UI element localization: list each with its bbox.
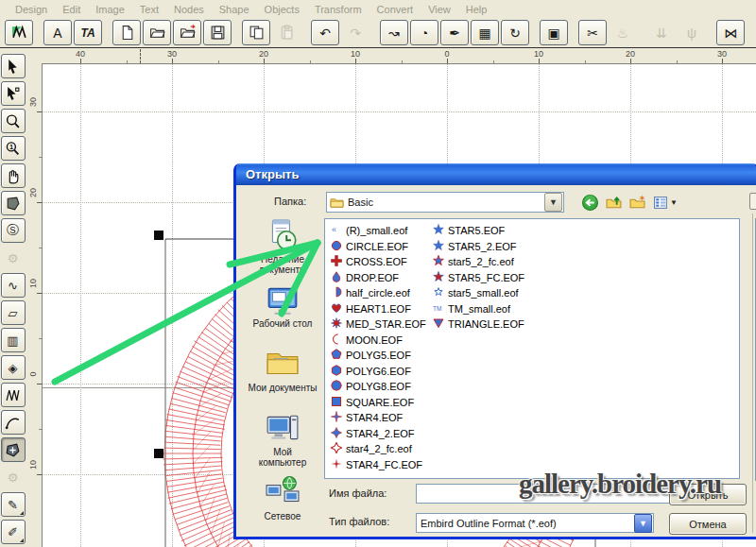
zoom-1to1-tool[interactable]: 1 (1, 136, 26, 161)
fill-shape-tool[interactable] (1, 191, 26, 215)
knife-tool[interactable]: ✐ (1, 520, 26, 544)
folder-dropdown-arrow[interactable]: ▼ (544, 193, 562, 212)
outline-node-tool[interactable]: ◈ (1, 355, 26, 380)
svg-text:1: 1 (9, 143, 13, 151)
file-item[interactable]: star5_2_fc.eof (433, 254, 535, 270)
save-file-button[interactable] (203, 20, 232, 45)
menu-transform[interactable]: Transform (307, 4, 369, 15)
menu-text[interactable]: Text (132, 4, 166, 15)
pattern-fill-button[interactable]: ▦ (471, 20, 499, 45)
file-item[interactable]: half_circle.eof (331, 285, 433, 301)
zoom-tool[interactable] (1, 109, 26, 133)
file-item[interactable]: STAR4.EOF (331, 410, 433, 426)
branch-button: ψ (678, 20, 706, 45)
select-tool[interactable] (1, 54, 26, 78)
place-recent-documents[interactable]: Недавние документы (245, 218, 320, 277)
menu-image[interactable]: Image (88, 4, 132, 15)
file-name: star5_small.eof (448, 287, 519, 299)
place-my-documents[interactable]: Мои документы (245, 347, 320, 405)
file-item[interactable]: CIRCLE.EOF (331, 239, 433, 255)
file-type-icon (331, 456, 346, 473)
file-item[interactable]: « (R)_small.eof (331, 223, 433, 239)
file-item[interactable]: MED_STAR.EOF (331, 316, 433, 333)
curve-tool[interactable] (1, 410, 26, 435)
preview-trim-button[interactable]: ✂ (578, 20, 607, 45)
hoop-button[interactable]: ▣ (540, 20, 568, 45)
file-item[interactable]: STAR5.EOF (433, 223, 535, 239)
v-ruler-label: 10 (28, 457, 38, 472)
file-item[interactable]: POLYG5.EOF (331, 348, 433, 364)
file-item[interactable]: STAR4_2.EOF (331, 426, 433, 442)
text-tool-button[interactable]: A (43, 20, 72, 45)
paste-button (272, 20, 301, 45)
file-item[interactable]: star5_small.eof (433, 285, 535, 301)
file-item[interactable]: STAR5_FC.EOF (433, 270, 535, 286)
file-item[interactable]: TM TM_small.eof (433, 301, 535, 317)
quad-patch-tool[interactable]: ▱ (1, 300, 26, 325)
place-desktop[interactable]: Рабочий стол (245, 282, 320, 341)
selection-handle[interactable] (154, 449, 163, 458)
ribbon-tool[interactable]: ∿ (1, 273, 26, 298)
stitch-order-button[interactable]: ✒ (440, 20, 469, 45)
menu-convert[interactable]: Convert (369, 4, 421, 15)
text-advanced-tool-button[interactable]: TA (74, 20, 102, 45)
file-type-icon (331, 316, 346, 333)
new-file-button[interactable] (112, 20, 141, 45)
file-list[interactable]: « (R)_small.eof CIRCLE.EOF CROSS.EOF DRO… (324, 218, 740, 479)
place-label: Мои документы (249, 383, 318, 393)
pencil-tool[interactable]: ✎ (1, 492, 26, 517)
file-item[interactable]: POLYG6.EOF (331, 364, 433, 380)
place-network[interactable]: Сетевое (245, 475, 320, 534)
file-item[interactable]: POLYG8.EOF (331, 379, 433, 395)
selection-handle[interactable] (154, 231, 163, 240)
file-type-icon (433, 222, 448, 239)
undo-button[interactable]: ↶ (311, 20, 339, 45)
file-type-icon (331, 440, 346, 457)
filetype-combobox[interactable]: Embird Outline Format (*.eof) ▼ (416, 513, 654, 533)
back-button[interactable] (578, 191, 601, 214)
views-button[interactable]: ▼ (649, 191, 672, 214)
file-item[interactable]: MOON.EOF (331, 333, 433, 349)
open-file-button[interactable] (143, 20, 171, 45)
file-item[interactable]: DROP.EOF (331, 270, 433, 286)
file-item[interactable]: SQUARE.EOF (331, 395, 433, 411)
file-type-icon (331, 284, 346, 301)
menu-nodes[interactable]: Nodes (166, 4, 212, 15)
node-edit-tool[interactable] (1, 81, 26, 106)
menu-view[interactable]: View (421, 4, 458, 15)
copy-button[interactable] (242, 20, 270, 45)
up-one-level-button[interactable] (602, 191, 625, 214)
speed-gauge-button[interactable]: ◔ (410, 20, 438, 45)
menu-design[interactable]: Design (8, 4, 55, 15)
cancel-button[interactable]: Отмена (669, 513, 747, 535)
file-item[interactable]: CROSS.EOF (331, 254, 433, 270)
side-button-stub[interactable] (749, 193, 756, 210)
regenerate-button[interactable]: ↻ (501, 20, 529, 45)
new-folder-button[interactable]: ✶ (626, 191, 648, 214)
fill-region-tool[interactable] (1, 437, 26, 462)
layer-stack-tool[interactable]: ▥ (1, 328, 26, 352)
file-type-icon (331, 269, 346, 286)
import-file-button[interactable] (173, 20, 201, 45)
pan-hand-tool[interactable] (1, 163, 26, 188)
zigzag-stitch-tool[interactable] (1, 383, 26, 407)
file-item[interactable]: STAR4_FC.EOF (331, 457, 433, 473)
menu-objects[interactable]: Objects (257, 4, 307, 15)
folder-combobox[interactable]: Basic ▼ (326, 192, 564, 213)
file-item[interactable]: star4_2_fc.eof (331, 441, 433, 457)
file-item[interactable]: TRIANGLE.EOF (433, 316, 535, 333)
satin-tool[interactable]: Ⓢ (1, 218, 26, 243)
menu-edit[interactable]: Edit (55, 4, 88, 15)
place-my-computer[interactable]: Мой компьютер (245, 411, 320, 470)
embird-stitch-logo-icon[interactable] (5, 20, 33, 45)
menu-shape[interactable]: Shape (212, 4, 257, 15)
measure-curve-button[interactable]: ↝ (380, 20, 408, 45)
filetype-dropdown-arrow[interactable]: ▼ (634, 514, 652, 533)
stretch-frame-button[interactable]: ⋈ (716, 20, 745, 45)
menu-help[interactable]: Help (458, 4, 495, 15)
dialog-title-bar[interactable]: Открыть (236, 163, 756, 185)
file-item[interactable]: HEART1.EOF (331, 301, 433, 317)
file-item[interactable]: STAR5_2.EOF (433, 239, 535, 255)
file-type-icon (331, 238, 346, 255)
h-ruler-label: 20 (259, 49, 268, 59)
